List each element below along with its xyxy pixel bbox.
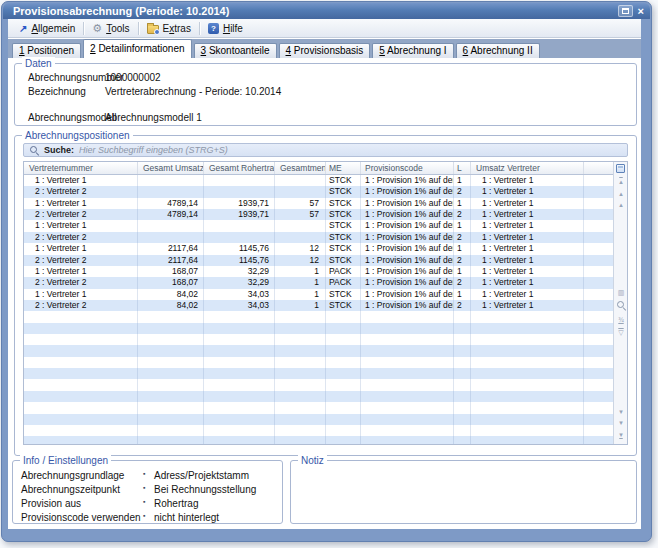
cell bbox=[471, 334, 584, 345]
cell bbox=[275, 334, 326, 345]
toolbar-label: Allgemein bbox=[31, 23, 75, 34]
table-row[interactable]: 1 : Vertreter 12117,641145,7612STCK1 : P… bbox=[24, 243, 613, 254]
toolbar-hilfe-button[interactable]: ?Hilfe bbox=[201, 21, 250, 36]
table-row[interactable]: 1 : Vertreter 184,0234,031STCK1 : Provis… bbox=[24, 289, 613, 300]
cell bbox=[326, 402, 361, 413]
column-header-8[interactable]: Umsatz Vertreter bbox=[471, 162, 584, 174]
info-value: Bei Rechnungsstellung bbox=[154, 484, 256, 495]
scroll-page-up-icon[interactable]: ▴ bbox=[614, 189, 628, 198]
column-header-6[interactable]: Provisionscode bbox=[361, 162, 454, 174]
table-row[interactable]: 1 : Vertreter 1STCK1 : Provision 1% auf … bbox=[24, 175, 613, 186]
columns-view-icon[interactable]: ▥ bbox=[614, 288, 628, 297]
cell: STCK bbox=[326, 186, 361, 197]
table-row-empty[interactable] bbox=[24, 436, 613, 444]
column-header-5[interactable]: ME bbox=[326, 162, 361, 174]
table-row-empty[interactable] bbox=[24, 357, 613, 368]
tab-skontoanteile[interactable]: 3 Skontoanteile bbox=[194, 43, 277, 58]
cell: 1 : Provision 1% auf den ve bbox=[361, 198, 454, 209]
cell bbox=[275, 436, 326, 444]
cell bbox=[275, 311, 326, 322]
cell bbox=[24, 323, 138, 334]
cell bbox=[138, 357, 204, 368]
table-row[interactable]: 2 : Vertreter 22117,641145,7612STCK1 : P… bbox=[24, 255, 613, 266]
tab-detailinformationen[interactable]: 2 Detailinformationen bbox=[83, 39, 192, 58]
cell bbox=[204, 357, 275, 368]
filter-row-icon[interactable]: ▽ bbox=[614, 328, 628, 337]
tab-provisionsbasis[interactable]: 4 Provisionsbasis bbox=[279, 43, 371, 58]
toolbar-tools-button[interactable]: ⚙Tools bbox=[85, 21, 136, 36]
cell: 1 : Vertreter 1 bbox=[471, 255, 584, 266]
table-row[interactable]: 2 : Vertreter 284,0234,031STCK1 : Provis… bbox=[24, 300, 613, 311]
table-row[interactable]: 2 : Vertreter 24789,141939,7157STCK1 : P… bbox=[24, 209, 613, 220]
table-row-empty[interactable] bbox=[24, 414, 613, 425]
field-label: Bezeichnung bbox=[28, 86, 86, 97]
cell bbox=[361, 402, 454, 413]
tools-icon: ⚙ bbox=[92, 22, 102, 35]
cell: STCK bbox=[326, 220, 361, 231]
titlebar[interactable]: Provisionsabrechnung (Periode: 10.2014) … bbox=[3, 3, 650, 19]
table-row-empty[interactable] bbox=[24, 425, 613, 436]
table-row-empty[interactable] bbox=[24, 379, 613, 390]
table-row-empty[interactable] bbox=[24, 334, 613, 345]
grid-side-scrollbar[interactable]: ▴ ▴ ▴ ▥ ¾ ▽ ▾ ▾ ▾ bbox=[613, 162, 627, 444]
cell bbox=[326, 425, 361, 436]
cell: 1 : Vertreter 1 bbox=[471, 220, 584, 231]
column-header-4[interactable]: Gesamtmenge bbox=[275, 162, 326, 174]
restore-button[interactable] bbox=[618, 5, 633, 17]
cell bbox=[361, 311, 454, 322]
notiz-textarea[interactable] bbox=[293, 467, 634, 521]
cell bbox=[275, 425, 326, 436]
cell bbox=[275, 391, 326, 402]
cell: 1 : Provision 1% auf den ve bbox=[361, 255, 454, 266]
cell bbox=[326, 436, 361, 444]
scroll-to-top-icon[interactable]: ▴ bbox=[614, 177, 628, 186]
tab-positionen[interactable]: 1 Positionen bbox=[12, 43, 81, 58]
cell bbox=[275, 402, 326, 413]
toolbar-separator bbox=[83, 22, 84, 35]
table-row[interactable]: 1 : Vertreter 1168,0732,291PACK1 : Provi… bbox=[24, 266, 613, 277]
cell: 1 : Vertreter 1 bbox=[471, 300, 584, 311]
scroll-page-down-icon[interactable]: ▾ bbox=[614, 418, 628, 427]
cell bbox=[361, 334, 454, 345]
column-chooser-icon[interactable] bbox=[616, 164, 625, 173]
tab-abrechnung-i[interactable]: 5 Abrechnung I bbox=[372, 43, 453, 58]
cell bbox=[454, 436, 471, 444]
cell: 57 bbox=[275, 209, 326, 220]
table-row[interactable]: 2 : Vertreter 2STCK1 : Provision 1% auf … bbox=[24, 232, 613, 243]
table-row[interactable]: 1 : Vertreter 1STCK1 : Provision 1% auf … bbox=[24, 220, 613, 231]
table-row[interactable]: 2 : Vertreter 2STCK1 : Provision 1% auf … bbox=[24, 186, 613, 197]
table-row[interactable]: 1 : Vertreter 14789,141939,7157STCK1 : P… bbox=[24, 198, 613, 209]
cell bbox=[454, 368, 471, 379]
grid-header[interactable]: VertreternummerGesamt Umsatz EURGesamt R… bbox=[24, 162, 613, 175]
search-bar[interactable]: Suche: Hier Suchbegriff eingeben (STRG+S… bbox=[23, 143, 628, 157]
table-row-empty[interactable] bbox=[24, 311, 613, 322]
scroll-down-icon[interactable]: ▾ bbox=[614, 407, 628, 416]
cell bbox=[361, 436, 454, 444]
column-header-3[interactable]: Gesamt Rohertrag EUR bbox=[204, 162, 275, 174]
tab-abrechnung-ii[interactable]: 6 Abrechnung II bbox=[456, 43, 540, 58]
cell bbox=[471, 368, 584, 379]
table-row[interactable]: 2 : Vertreter 2168,0732,291PACK1 : Provi… bbox=[24, 277, 613, 288]
toolbar-allgemein-button[interactable]: ↗Allgemein bbox=[12, 21, 82, 36]
table-row-empty[interactable] bbox=[24, 391, 613, 402]
column-header-1[interactable]: Vertreternummer bbox=[24, 162, 138, 174]
column-header-7[interactable]: L bbox=[454, 162, 471, 174]
close-button[interactable]: × bbox=[638, 5, 644, 17]
cell bbox=[471, 391, 584, 402]
sum-row-icon[interactable]: ¾ bbox=[614, 315, 628, 324]
cell bbox=[326, 345, 361, 356]
scroll-up-icon[interactable]: ▴ bbox=[614, 200, 628, 209]
cell bbox=[24, 345, 138, 356]
search-icon bbox=[29, 145, 39, 155]
toolbar-extras-button[interactable]: Extras bbox=[140, 21, 198, 36]
grid-search-icon[interactable] bbox=[617, 301, 627, 311]
cell-filler bbox=[584, 345, 613, 356]
table-row-empty[interactable] bbox=[24, 345, 613, 356]
table-row-empty[interactable] bbox=[24, 323, 613, 334]
cell-filler bbox=[584, 357, 613, 368]
table-row-empty[interactable] bbox=[24, 368, 613, 379]
table-row-empty[interactable] bbox=[24, 402, 613, 413]
column-header-2[interactable]: Gesamt Umsatz EUR bbox=[138, 162, 204, 174]
tab-bar: 1 Positionen2 Detailinformationen3 Skont… bbox=[8, 39, 641, 58]
scroll-to-bottom-icon[interactable]: ▾ bbox=[614, 430, 628, 439]
